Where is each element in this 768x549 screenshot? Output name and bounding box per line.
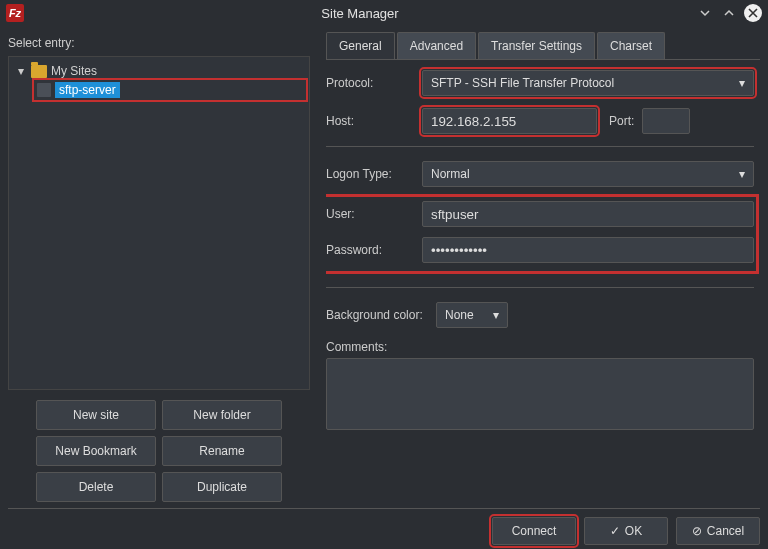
caret-down-icon[interactable]: ▾ bbox=[15, 64, 27, 78]
new-site-button[interactable]: New site bbox=[36, 400, 156, 430]
password-label: Password: bbox=[326, 243, 422, 257]
host-label: Host: bbox=[326, 114, 422, 128]
host-input[interactable] bbox=[422, 108, 597, 134]
protocol-label: Protocol: bbox=[326, 76, 422, 90]
password-input[interactable] bbox=[422, 237, 754, 263]
tree-site-label: sftp-server bbox=[55, 82, 120, 98]
chevron-down-icon: ▾ bbox=[739, 167, 745, 181]
divider bbox=[326, 146, 754, 147]
tab-transfer-settings[interactable]: Transfer Settings bbox=[478, 32, 595, 59]
logon-type-value: Normal bbox=[431, 167, 470, 181]
port-label: Port: bbox=[609, 114, 634, 128]
dialog-footer: Connect ✓ OK ⊘ Cancel bbox=[8, 508, 760, 545]
logon-type-select[interactable]: Normal ▾ bbox=[422, 161, 754, 187]
protocol-value: SFTP - SSH File Transfer Protocol bbox=[431, 76, 614, 90]
new-bookmark-button[interactable]: New Bookmark bbox=[36, 436, 156, 466]
chevron-down-icon: ▾ bbox=[493, 308, 499, 322]
tab-charset[interactable]: Charset bbox=[597, 32, 665, 59]
connect-button[interactable]: Connect bbox=[492, 517, 576, 545]
user-label: User: bbox=[326, 207, 422, 221]
ok-button[interactable]: ✓ OK bbox=[584, 517, 668, 545]
duplicate-button[interactable]: Duplicate bbox=[162, 472, 282, 502]
cancel-icon: ⊘ bbox=[692, 524, 702, 538]
comments-textarea[interactable] bbox=[326, 358, 754, 430]
cancel-button[interactable]: ⊘ Cancel bbox=[676, 517, 760, 545]
background-color-label: Background color: bbox=[326, 308, 436, 322]
background-color-value: None bbox=[445, 308, 474, 322]
background-color-select[interactable]: None ▾ bbox=[436, 302, 508, 328]
port-input[interactable] bbox=[642, 108, 690, 134]
tree-site-row[interactable]: sftp-server bbox=[35, 81, 305, 99]
logon-type-label: Logon Type: bbox=[326, 167, 422, 181]
delete-button[interactable]: Delete bbox=[36, 472, 156, 502]
window-title: Site Manager bbox=[24, 6, 696, 21]
check-icon: ✓ bbox=[610, 524, 620, 538]
comments-label: Comments: bbox=[326, 340, 754, 354]
chevron-down-icon: ▾ bbox=[739, 76, 745, 90]
new-folder-button[interactable]: New folder bbox=[162, 400, 282, 430]
close-icon[interactable] bbox=[744, 4, 762, 22]
folder-icon bbox=[31, 65, 47, 78]
rename-button[interactable]: Rename bbox=[162, 436, 282, 466]
chevron-down-icon[interactable] bbox=[696, 4, 714, 22]
chevron-up-icon[interactable] bbox=[720, 4, 738, 22]
server-icon bbox=[37, 83, 51, 97]
tab-general[interactable]: General bbox=[326, 32, 395, 59]
tab-bar: General Advanced Transfer Settings Chars… bbox=[326, 32, 760, 60]
protocol-select[interactable]: SFTP - SSH File Transfer Protocol ▾ bbox=[422, 70, 754, 96]
app-icon: Fz bbox=[6, 4, 24, 22]
titlebar: Fz Site Manager bbox=[0, 0, 768, 26]
user-input[interactable] bbox=[422, 201, 754, 227]
tab-advanced[interactable]: Advanced bbox=[397, 32, 476, 59]
tree-root-row[interactable]: ▾ My Sites bbox=[13, 63, 305, 79]
tree-root-label: My Sites bbox=[51, 64, 97, 78]
divider bbox=[326, 287, 754, 288]
select-entry-label: Select entry: bbox=[8, 36, 310, 50]
site-tree[interactable]: ▾ My Sites sftp-server bbox=[8, 56, 310, 390]
